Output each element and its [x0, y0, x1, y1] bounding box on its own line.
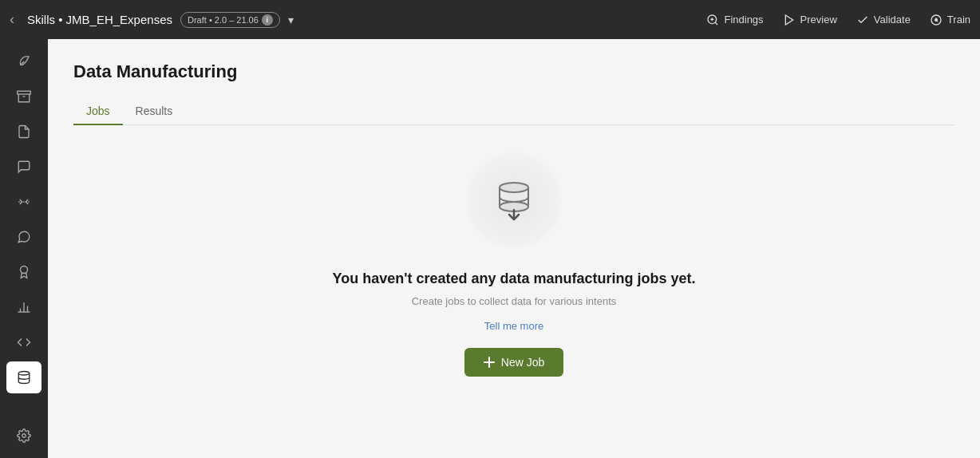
preview-icon: [783, 14, 796, 26]
sidebar-item-translate[interactable]: [6, 186, 41, 218]
train-label: Train: [947, 14, 970, 26]
sidebar-item-code[interactable]: [6, 326, 41, 358]
svg-point-16: [18, 372, 30, 376]
topbar: ‹ Skills • JMB_EH_Expenses Draft • 2.0 –…: [0, 0, 980, 39]
page-content: Data Manufacturing Jobs Results: [48, 39, 980, 458]
svg-point-6: [935, 18, 938, 21]
draft-badge: Draft • 2.0 – 21.06 i: [180, 12, 280, 28]
validate-icon: [856, 14, 869, 26]
back-button[interactable]: ‹: [10, 11, 14, 28]
empty-icon-container: [466, 152, 562, 248]
plus-icon: [484, 357, 495, 368]
sidebar-item-settings[interactable]: [6, 420, 41, 452]
validate-button[interactable]: Validate: [856, 14, 911, 26]
box-icon: [17, 89, 31, 104]
chat-icon: [17, 160, 31, 174]
svg-line-1: [716, 22, 718, 25]
chart-icon: [17, 300, 31, 314]
sidebar-item-box[interactable]: [6, 81, 41, 113]
empty-state-title: You haven't created any data manufacturi…: [332, 270, 695, 287]
code-icon: [17, 335, 31, 349]
sidebar-item-file[interactable]: [6, 116, 41, 148]
award-icon: [17, 265, 31, 279]
sidebar-item-data-manufacturing[interactable]: [6, 361, 41, 393]
badge-text: Draft • 2.0 – 21.06: [188, 15, 259, 25]
sidebar-item-award[interactable]: [6, 256, 41, 288]
tell-me-more-link[interactable]: Tell me more: [484, 320, 543, 332]
svg-point-17: [22, 434, 26, 438]
tab-results[interactable]: Results: [123, 98, 186, 125]
train-button[interactable]: Train: [930, 14, 970, 26]
validate-label: Validate: [874, 14, 911, 26]
empty-state-subtitle: Create jobs to collect data for various …: [412, 295, 617, 307]
database-download-icon: [490, 176, 538, 224]
content-area: Data Manufacturing Jobs Results: [48, 39, 980, 458]
leaf-icon: [17, 54, 31, 69]
new-job-button[interactable]: New Job: [464, 348, 563, 377]
preview-label: Preview: [800, 14, 837, 26]
info-icon[interactable]: i: [262, 14, 273, 26]
empty-state: You haven't created any data manufacturi…: [73, 125, 954, 436]
sidebar-item-leaf[interactable]: [6, 45, 41, 77]
topbar-left: ‹ Skills • JMB_EH_Expenses Draft • 2.0 –…: [10, 11, 706, 28]
topbar-title: Skills • JMB_EH_Expenses: [27, 13, 172, 26]
new-job-label: New Job: [501, 356, 544, 369]
tab-jobs[interactable]: Jobs: [73, 98, 123, 125]
sidebar-item-chat[interactable]: [6, 151, 41, 183]
tabs: Jobs Results: [73, 98, 954, 125]
data-manufacturing-icon: [17, 370, 31, 385]
findings-icon: [706, 14, 719, 26]
findings-label: Findings: [724, 14, 763, 26]
page-title: Data Manufacturing: [73, 61, 954, 82]
dropdown-chevron[interactable]: ▾: [288, 14, 294, 26]
sidebar: [0, 39, 48, 458]
translate-icon: [17, 195, 31, 209]
topbar-right: Findings Preview Validate Train: [706, 14, 970, 26]
svg-point-18: [500, 183, 528, 192]
file-icon: [17, 124, 31, 139]
svg-point-11: [21, 267, 28, 274]
train-icon: [930, 14, 942, 26]
sidebar-item-chart[interactable]: [6, 291, 41, 323]
main-layout: Data Manufacturing Jobs Results: [0, 39, 980, 458]
svg-marker-4: [785, 15, 792, 25]
sidebar-item-comment[interactable]: [6, 221, 41, 253]
preview-button[interactable]: Preview: [783, 14, 837, 26]
findings-button[interactable]: Findings: [706, 14, 763, 26]
comment-icon: [17, 230, 31, 244]
svg-rect-8: [18, 91, 31, 94]
settings-icon: [17, 428, 31, 443]
